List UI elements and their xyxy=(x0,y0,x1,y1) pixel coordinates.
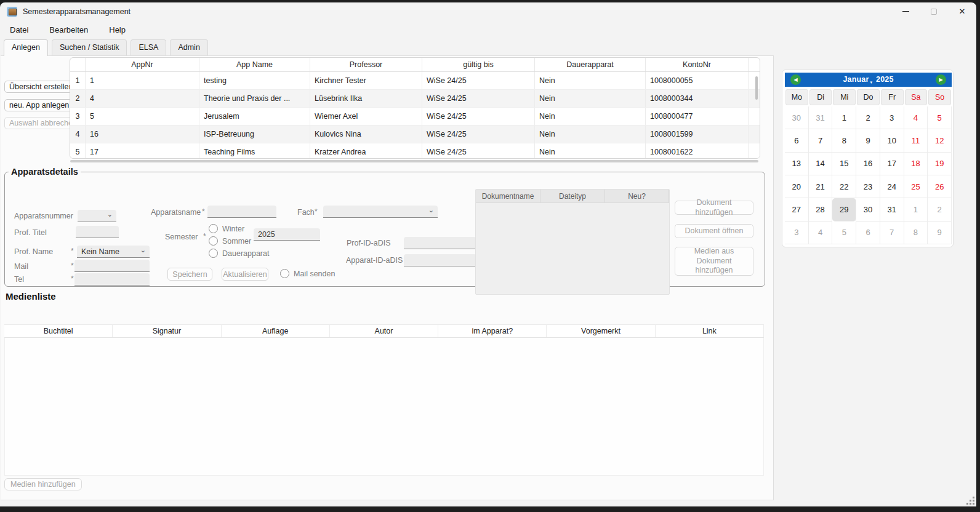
table-row[interactable]: 416ISP-BetreuungKulovics NinaWiSe 24/25N… xyxy=(70,126,760,143)
neue-app-anlegen-button[interactable]: neu. App anlegen xyxy=(4,99,74,111)
calendar-day[interactable]: 6 xyxy=(856,222,880,244)
calendar-day[interactable]: 16 xyxy=(856,153,880,175)
calendar-day[interactable]: 27 xyxy=(785,198,809,221)
calendar-day[interactable]: 7 xyxy=(809,129,833,152)
calendar-day[interactable]: 8 xyxy=(904,222,928,244)
column-header-app-name[interactable]: App Name xyxy=(199,58,310,71)
vertical-scrollbar[interactable] xyxy=(755,76,758,100)
minimize-button[interactable] xyxy=(891,2,920,20)
calendar-day[interactable]: 10 xyxy=(880,129,904,152)
calendar-day[interactable]: 1 xyxy=(832,106,856,129)
calendar-day[interactable]: 2 xyxy=(856,106,880,129)
calendar-day[interactable]: 28 xyxy=(809,198,833,221)
column-header-im-apparat[interactable]: im Apparat? xyxy=(438,325,547,337)
uebersicht-erstellen-button[interactable]: Übersicht erstellen xyxy=(4,81,78,93)
calendar-day[interactable]: 29 xyxy=(832,198,856,221)
apparatsnummer-select[interactable]: ⌄ xyxy=(78,210,116,222)
calendar-day[interactable]: 8 xyxy=(832,129,856,152)
medien-hinzufuegen-button[interactable]: Medien hinzufügen xyxy=(4,478,82,490)
calendar-day[interactable]: 15 xyxy=(832,153,856,175)
medien-aus-dokument-button[interactable]: Medien aus Dokument hinzufügen xyxy=(675,247,753,276)
apparat-id-adis-input[interactable] xyxy=(404,254,476,266)
column-header-gueltig-bis[interactable]: gültig bis xyxy=(422,58,535,71)
mail-senden-checkbox[interactable] xyxy=(280,269,289,278)
column-header-vorgemerkt[interactable]: Vorgemerkt xyxy=(547,325,655,337)
table-row[interactable]: 517Teaching FilmsKratzer AndreaWiSe 24/2… xyxy=(70,143,760,159)
mail-input[interactable] xyxy=(74,260,150,272)
calendar-day[interactable]: 9 xyxy=(928,222,952,244)
calendar-day[interactable]: 6 xyxy=(785,129,809,152)
calendar-day[interactable]: 30 xyxy=(785,106,809,129)
column-header-auflage[interactable]: Auflage xyxy=(222,325,330,337)
tab-admin[interactable]: Admin xyxy=(170,39,207,55)
calendar-day[interactable]: 21 xyxy=(809,175,833,198)
column-header-link[interactable]: Link xyxy=(656,325,764,337)
speichern-button[interactable]: Speichern xyxy=(167,268,212,281)
calendar-day[interactable]: 17 xyxy=(880,153,904,175)
apparatsname-input[interactable] xyxy=(207,206,276,218)
calendar-day[interactable]: 11 xyxy=(904,129,928,152)
column-header-signatur[interactable]: Signatur xyxy=(113,325,221,337)
dokument-hinzufuegen-button[interactable]: Dokument hinzufügen xyxy=(675,201,753,215)
horizontal-scrollbar[interactable] xyxy=(70,160,758,162)
tab-elsa[interactable]: ELSA xyxy=(131,39,166,55)
prof-id-adis-input[interactable] xyxy=(404,237,476,249)
calendar-day[interactable]: 31 xyxy=(809,106,833,129)
column-header-dokumentname[interactable]: Dokumentname xyxy=(476,190,540,202)
calendar-day[interactable]: 19 xyxy=(928,153,952,175)
tel-input[interactable] xyxy=(74,273,150,286)
column-header-kontonr[interactable]: KontoNr xyxy=(646,58,749,71)
calendar-day[interactable]: 30 xyxy=(856,198,880,221)
maximize-button[interactable] xyxy=(920,2,948,20)
aktualisieren-button[interactable]: Aktualisieren xyxy=(222,268,268,281)
calendar-day[interactable]: 14 xyxy=(809,153,833,175)
calendar-day[interactable]: 4 xyxy=(904,106,928,129)
column-header-professor[interactable]: Professor xyxy=(310,58,422,71)
calendar-day[interactable]: 13 xyxy=(785,153,809,175)
column-header-buchtitel[interactable]: Buchtitel xyxy=(4,325,113,337)
calendar-day[interactable]: 25 xyxy=(904,175,928,198)
winter-radio[interactable] xyxy=(209,224,218,233)
table-row[interactable]: 24Theorie und Praxis der ...Lüsebrink Il… xyxy=(70,90,760,108)
calendar-day[interactable]: 3 xyxy=(880,106,904,129)
calendar-day[interactable]: 2 xyxy=(928,198,952,221)
prof-name-select[interactable]: Kein Name⌄ xyxy=(77,246,150,258)
calendar-day[interactable]: 12 xyxy=(928,129,952,152)
calendar-prev-button[interactable]: ◀ xyxy=(790,74,801,85)
calendar-day[interactable]: 31 xyxy=(880,198,904,221)
calendar-day[interactable]: 3 xyxy=(785,222,809,244)
calendar-day[interactable]: 20 xyxy=(785,175,809,198)
calendar-next-button[interactable]: ▶ xyxy=(936,74,946,85)
resize-grip[interactable] xyxy=(973,503,974,505)
menu-item-help[interactable]: Help xyxy=(103,23,132,37)
calendar-day[interactable]: 1 xyxy=(904,198,928,221)
fach-select[interactable]: ⌄ xyxy=(323,206,438,218)
calendar-day[interactable]: 4 xyxy=(809,222,833,244)
calendar-day[interactable]: 18 xyxy=(904,153,928,175)
calendar-day[interactable]: 7 xyxy=(880,222,904,244)
calendar-title[interactable]: Januar▾ 2025 xyxy=(843,75,893,85)
calendar-day[interactable]: 26 xyxy=(928,175,952,198)
calendar-day[interactable]: 22 xyxy=(832,175,856,198)
table-row[interactable]: 11testingKirchner TesterWiSe 24/25Nein10… xyxy=(70,72,760,90)
semester-year-input[interactable]: 2025 xyxy=(254,228,320,241)
sommer-radio[interactable] xyxy=(209,236,218,246)
tab-suchen-statistik[interactable]: Suchen / Statistik xyxy=(52,39,127,55)
calendar-day[interactable]: 5 xyxy=(832,222,856,244)
calendar-day[interactable]: 23 xyxy=(856,175,880,198)
calendar-day[interactable]: 9 xyxy=(856,129,880,152)
calendar-day[interactable]: 24 xyxy=(880,175,904,198)
prof-titel-input[interactable] xyxy=(76,226,119,238)
column-header-autor[interactable]: Autor xyxy=(330,325,438,337)
column-header-appnr[interactable]: AppNr xyxy=(86,58,199,71)
close-button[interactable]: ✕ xyxy=(948,2,976,20)
menu-item-bearbeiten[interactable]: Bearbeiten xyxy=(43,23,94,37)
column-header-neu[interactable]: Neu? xyxy=(605,190,669,202)
dokument-oeffnen-button[interactable]: Dokument öffnen xyxy=(675,224,753,238)
column-header-dauerapparat[interactable]: Dauerapparat xyxy=(535,58,646,71)
table-row[interactable]: 35JerusalemWiemer AxelWiSe 24/25Nein1008… xyxy=(70,108,760,126)
tab-anlegen[interactable]: Anlegen xyxy=(4,39,48,56)
column-header-dateityp[interactable]: Dateityp xyxy=(540,190,605,202)
dauerapparat-radio[interactable] xyxy=(209,249,218,258)
menu-item-datei[interactable]: Datei xyxy=(4,23,34,37)
